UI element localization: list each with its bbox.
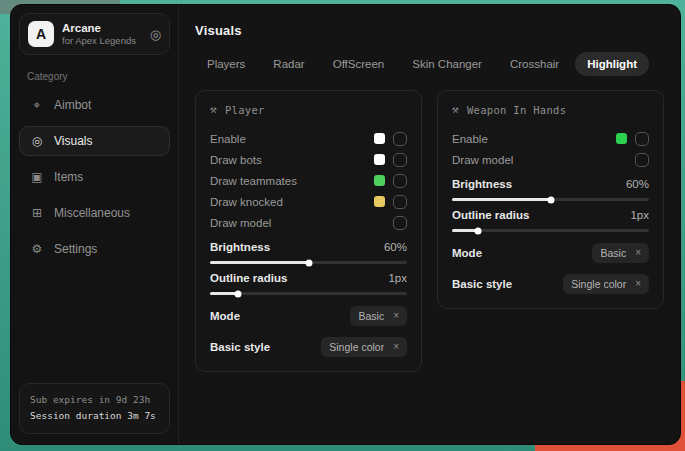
panels-container: ⚒PlayerEnableDraw botsDraw teammatesDraw… xyxy=(195,90,664,372)
select-row-basic-style: Basic styleSingle color× xyxy=(452,274,649,294)
slider-outline-radius: Outline radius1px xyxy=(452,209,649,232)
items-icon: ▣ xyxy=(30,170,44,184)
checkbox[interactable] xyxy=(635,132,649,146)
tab-bar: PlayersRadarOffScreenSkin ChangerCrossha… xyxy=(195,52,664,76)
tools-icon: ⚒ xyxy=(210,103,217,116)
close-icon[interactable]: × xyxy=(393,311,399,321)
sidebar-item-label: Miscellaneous xyxy=(54,206,130,220)
toggle-label: Draw teammates xyxy=(210,175,297,187)
slider-thumb[interactable] xyxy=(305,259,312,266)
select-row-mode: ModeBasic× xyxy=(452,243,649,263)
sidebar: A Arcane for Apex Legends ◎ Category ⌖Ai… xyxy=(11,5,179,444)
slider-value: 60% xyxy=(626,178,649,190)
slider-brightness: Brightness60% xyxy=(210,241,407,264)
slider-label-row: Outline radius1px xyxy=(452,209,649,221)
slider-thumb[interactable] xyxy=(474,227,481,234)
checkbox[interactable] xyxy=(393,153,407,167)
slider-label-row: Brightness60% xyxy=(210,241,407,253)
panel-title: Player xyxy=(225,104,265,116)
color-swatch[interactable] xyxy=(374,196,385,207)
checkbox[interactable] xyxy=(393,174,407,188)
slider-outline-radius: Outline radius1px xyxy=(210,272,407,295)
sidebar-item-label: Items xyxy=(54,170,83,184)
sidebar-item-visuals[interactable]: ◎Visuals xyxy=(19,126,170,156)
chip-value: Basic xyxy=(358,310,384,322)
category-label: Category xyxy=(27,71,162,82)
tab-radar[interactable]: Radar xyxy=(261,52,316,76)
session-card: Sub expires in 9d 23h Session duration 3… xyxy=(19,383,170,434)
chip-single-color[interactable]: Single color× xyxy=(563,274,649,294)
select-label: Basic style xyxy=(210,341,270,353)
select-label: Mode xyxy=(452,247,482,259)
gear-icon: ⚙ xyxy=(30,242,44,256)
toggle-row-enable: Enable xyxy=(452,128,649,149)
visuals-icon: ◎ xyxy=(30,134,44,148)
color-swatch[interactable] xyxy=(616,133,627,144)
sidebar-item-label: Settings xyxy=(54,242,97,256)
grid-icon: ⊞ xyxy=(30,206,44,220)
color-swatch[interactable] xyxy=(374,133,385,144)
slider-thumb[interactable] xyxy=(234,290,241,297)
color-swatch[interactable] xyxy=(374,154,385,165)
tab-highlight[interactable]: Highlight xyxy=(575,52,649,76)
chip-basic[interactable]: Basic× xyxy=(592,243,649,263)
select-label: Mode xyxy=(210,310,240,322)
sidebar-item-miscellaneous[interactable]: ⊞Miscellaneous xyxy=(19,198,170,228)
slider-track[interactable] xyxy=(452,229,649,232)
sidebar-item-items[interactable]: ▣Items xyxy=(19,162,170,192)
panel-title: Weapon In Hands xyxy=(467,104,566,116)
chip-value: Basic xyxy=(600,247,626,259)
session-duration: Session duration 3m 7s xyxy=(30,408,159,425)
main-content: Visuals PlayersRadarOffScreenSkin Change… xyxy=(179,5,680,444)
sidebar-nav: ⌖Aimbot◎Visuals▣Items⊞Miscellaneous⚙Sett… xyxy=(19,90,170,264)
slider-label: Brightness xyxy=(452,178,512,190)
chip-basic[interactable]: Basic× xyxy=(350,306,407,326)
select-row-mode: ModeBasic× xyxy=(210,306,407,326)
checkbox[interactable] xyxy=(393,132,407,146)
brand-logo: A xyxy=(28,21,54,47)
slider-label: Outline radius xyxy=(452,209,529,221)
toggle-controls xyxy=(374,174,407,188)
toggle-controls xyxy=(374,195,407,209)
panel-header: ⚒Player xyxy=(210,103,407,116)
tab-players[interactable]: Players xyxy=(195,52,257,76)
chip-value: Single color xyxy=(571,278,626,290)
crosshair-icon: ⌖ xyxy=(30,98,44,112)
tab-skin-changer[interactable]: Skin Changer xyxy=(400,52,494,76)
slider-value: 1px xyxy=(630,209,649,221)
slider-label: Brightness xyxy=(210,241,270,253)
close-icon[interactable]: × xyxy=(635,248,641,258)
tab-crosshair[interactable]: Crosshair xyxy=(498,52,571,76)
color-swatch[interactable] xyxy=(374,175,385,186)
checkbox[interactable] xyxy=(393,216,407,230)
sidebar-item-settings[interactable]: ⚙Settings xyxy=(19,234,170,264)
toggle-row-draw-model: Draw model xyxy=(210,212,407,233)
panel-player: ⚒PlayerEnableDraw botsDraw teammatesDraw… xyxy=(195,90,422,372)
tab-offscreen[interactable]: OffScreen xyxy=(321,52,397,76)
slider-brightness: Brightness60% xyxy=(452,178,649,201)
sidebar-item-aimbot[interactable]: ⌖Aimbot xyxy=(19,90,170,120)
toggle-label: Enable xyxy=(452,133,488,145)
select-row-basic-style: Basic styleSingle color× xyxy=(210,337,407,357)
slider-track[interactable] xyxy=(210,292,407,295)
toggle-row-enable: Enable xyxy=(210,128,407,149)
toggle-row-draw-knocked: Draw knocked xyxy=(210,191,407,212)
slider-track[interactable] xyxy=(452,198,649,201)
close-icon[interactable]: × xyxy=(635,279,641,289)
page-title: Visuals xyxy=(195,23,664,38)
slider-track[interactable] xyxy=(210,261,407,264)
slider-thumb[interactable] xyxy=(547,196,554,203)
target-icon[interactable]: ◎ xyxy=(150,27,161,42)
checkbox[interactable] xyxy=(635,153,649,167)
toggle-row-draw-bots: Draw bots xyxy=(210,149,407,170)
chip-single-color[interactable]: Single color× xyxy=(321,337,407,357)
toggle-label: Draw model xyxy=(452,154,513,166)
slider-fill xyxy=(210,261,309,264)
toggle-label: Draw bots xyxy=(210,154,262,166)
checkbox[interactable] xyxy=(393,195,407,209)
tools-icon: ⚒ xyxy=(452,103,459,116)
toggle-controls xyxy=(393,216,407,230)
close-icon[interactable]: × xyxy=(393,342,399,352)
toggle-controls xyxy=(635,153,649,167)
toggle-controls xyxy=(374,153,407,167)
